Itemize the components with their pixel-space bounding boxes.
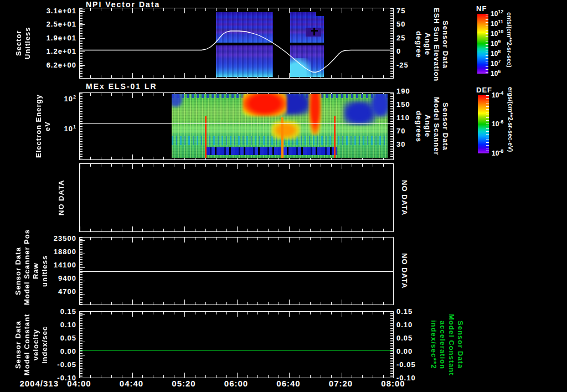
def-colorbar-unit: ergs/(cm**2-sr-sec-eV) [507, 87, 514, 164]
panel4-left-axis-label: Sensor Data Model Scanner Pos Raw unitle… [14, 237, 49, 305]
els-red-flux-blob [243, 94, 287, 116]
panel5-ytick-right: -0.05 [396, 360, 430, 369]
panel5-left-axis-label: Sensor Data Model Constant velocity inde… [14, 311, 49, 378]
time-tick-label: 04:40 [112, 379, 151, 388]
panel3-right-no-data-label: NO DATA [400, 163, 409, 232]
plot-screen: NPI Vector Data 3.1e+01 2.5e+01 1.9e+01 … [0, 0, 567, 392]
els-darkblue-bottom-band [206, 147, 337, 155]
nf-cbar-tick: 109 [491, 40, 501, 48]
panel5-ytick-right: 0.00 [396, 347, 430, 355]
scanner-pos-line [80, 271, 393, 272]
nf-colorbar-ticks [486, 14, 488, 74]
panel1-ytick: 6.2e+00 [0, 61, 76, 69]
panel3-bottom-minor-ticks [80, 229, 393, 231]
panel5-top-major-ticks [80, 312, 393, 317]
nf-colorbar-unit: cnts/(cm**2-sr-sec) [506, 12, 513, 79]
def-cbar-tick: 10-4 [492, 91, 503, 99]
els-blue-patch-topleft [172, 94, 183, 107]
time-tick-label: 06:00 [217, 379, 256, 388]
panel3-bottom-major-ticks [80, 226, 393, 231]
date-label: 2004/313 [10, 379, 59, 388]
def-colorbar [478, 95, 489, 153]
nf-cbar-tick: 108 [491, 50, 501, 58]
nf-colorbar-title: NF [476, 4, 487, 13]
panel5-left-major-ticks [80, 312, 85, 378]
els-marker-line [80, 123, 393, 124]
panel3-top-major-ticks [80, 164, 393, 169]
panel5-ytick-right: 0.15 [396, 307, 430, 316]
panel4-right-no-data-label: NO DATA [400, 237, 409, 305]
els-red-line-1 [205, 116, 207, 158]
panel4-top-minor-ticks [80, 238, 393, 240]
time-tick-label: 07:20 [322, 379, 360, 388]
panel5-right-minor-ticks [390, 312, 393, 378]
def-cbar-tick: 10-8 [492, 149, 503, 157]
panel1-left-axis-label: Sector Unitless [14, 8, 32, 79]
panel2-left-axis-label: Electron Energy eV [34, 92, 52, 160]
nf-cbar-tick: 107 [491, 60, 501, 68]
panel5-bottom-minor-ticks [80, 375, 393, 378]
time-tick-label: 05:20 [164, 379, 203, 388]
panel3-left-no-data-label: NO DATA [57, 163, 66, 232]
panel1-ytick: 3.1e+01 [0, 7, 76, 15]
panel4-bottom-minor-ticks [80, 302, 393, 305]
nf-cbar-tick: 1012 [491, 10, 503, 18]
panel5-ytick-right: 0.10 [396, 321, 430, 329]
panel1-ytick: 1.2e+01 [0, 47, 76, 55]
els-red-flux-streak [309, 94, 321, 135]
nf-cbar-tick: 1011 [491, 20, 503, 28]
panel2-left-minor-ticks [80, 93, 83, 159]
panel3-plot-area [79, 163, 394, 232]
panel4-top-major-ticks [80, 238, 393, 243]
velocity-line [80, 350, 393, 351]
def-cbar-tick: 10-6 [492, 120, 503, 128]
panel5-plot-area [79, 311, 394, 378]
time-tick-label: 08:00 [374, 379, 413, 388]
panel5-bottom-major-ticks [80, 373, 393, 378]
nf-cbar-tick: 1010 [491, 30, 503, 38]
panel5-top-minor-ticks [80, 312, 393, 314]
time-tick-label: 06:40 [269, 379, 308, 388]
els-red-line-2 [334, 116, 336, 158]
nf-colorbar [477, 14, 488, 74]
els-spectrogram [172, 94, 388, 158]
els-blue-patch-topright [371, 94, 388, 117]
panel3-top-minor-ticks [80, 164, 393, 167]
panel1-right-axis-label: Sensor Data ESH Sun Elevation Angle degr… [414, 8, 450, 81]
def-colorbar-title: DEF [476, 86, 492, 94]
nf-cbar-tick: 106 [491, 70, 501, 78]
npi-elevation-line [80, 8, 393, 78]
panel2-right-axis-label: Sensor Data Model Scanner Angle degrees [414, 90, 450, 163]
panel2-title: MEx ELS-01 LR [86, 82, 157, 91]
panel1-ytick: 2.5e+01 [0, 20, 76, 28]
panel1-ytick: 1.9e+01 [0, 34, 76, 42]
panel5-left-minor-ticks [80, 312, 83, 378]
panel4-bottom-major-ticks [80, 300, 393, 305]
time-tick-label: 04:00 [60, 379, 99, 388]
panel5-ytick-right: 0.05 [396, 334, 430, 342]
panel5-right-axis-label: Sensor Data Model Constant acceleration … [429, 307, 465, 382]
panel2-right-minor-ticks [390, 93, 393, 159]
def-colorbar-ticks [486, 95, 489, 153]
